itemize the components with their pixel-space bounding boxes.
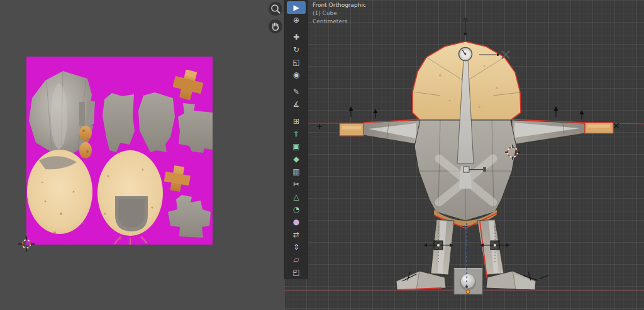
right-hand[interactable] [585, 123, 613, 133]
uv-texture-image [26, 57, 213, 245]
island-gray-b[interactable] [138, 92, 175, 152]
island-head-oval-left[interactable] [27, 150, 92, 245]
viewport-overlay-text: Front Orthographic (1) Cube Centimeters [313, 1, 366, 26]
shear-icon[interactable]: ▱ [287, 253, 306, 266]
character-model[interactable] [340, 42, 619, 290]
select-box-icon[interactable]: ▶ [287, 1, 306, 14]
viewport-3d[interactable]: Front Orthographic (1) Cube Centimeters [284, 0, 644, 310]
island-strip-b[interactable] [86, 101, 95, 125]
floor-cube[interactable] [454, 268, 482, 294]
edit-toolbar: ▶⊕✚↻◱◉✎∡⊞⇧▣◆▥✂△◔●⇄⇕▱◰ [284, 0, 308, 279]
view-name-label: Front Orthographic [313, 1, 366, 9]
object-origin-dot [466, 290, 470, 294]
active-object-label: (1) Cube [313, 9, 366, 18]
island-head-oval-right[interactable] [97, 150, 163, 245]
island-cross-large[interactable] [170, 67, 206, 102]
loop-cut-icon[interactable]: ▥ [287, 165, 306, 178]
right-hand-shade [587, 125, 610, 128]
scene-svg [284, 0, 644, 310]
spin-icon[interactable]: ◔ [287, 203, 306, 216]
blender-window: ▶⊕✚↻◱◉✎∡⊞⇧▣◆▥✂△◔●⇄⇕▱◰ [0, 0, 644, 310]
island-strip-a[interactable] [79, 102, 85, 126]
scale-icon[interactable]: ◱ [287, 56, 306, 69]
head-gauge [459, 48, 472, 61]
pan-hand-icon[interactable] [269, 19, 282, 33]
move-icon[interactable]: ✚ [287, 31, 306, 43]
inset-faces-icon[interactable]: ▣ [287, 140, 306, 153]
rotate-icon[interactable]: ↻ [287, 43, 306, 56]
smooth-icon[interactable]: ● [287, 216, 306, 228]
extrude-region-icon[interactable]: ⇧ [287, 128, 306, 140]
cursor-icon[interactable]: ⊕ [287, 14, 306, 26]
island-gray-c[interactable] [178, 103, 213, 153]
add-cube-icon[interactable]: ⊞ [287, 115, 306, 128]
rip-region-icon[interactable]: ◰ [287, 266, 306, 279]
island-gray-a[interactable] [103, 93, 135, 152]
units-label: Centimeters [313, 18, 366, 26]
uv-image-editor[interactable] [0, 0, 284, 310]
measure-icon[interactable]: ∡ [287, 98, 306, 111]
poly-build-icon[interactable]: △ [287, 191, 306, 203]
head-bone [463, 18, 468, 35]
annotate-icon[interactable]: ✎ [287, 86, 306, 98]
edge-slide-icon[interactable]: ⇄ [287, 228, 306, 241]
shrink-fatten-icon[interactable]: ⇕ [287, 241, 306, 253]
left-edge-widget [317, 124, 322, 129]
transform-icon[interactable]: ◉ [287, 69, 306, 81]
texture-atlas [26, 57, 213, 245]
knife-icon[interactable]: ✂ [287, 178, 306, 191]
bevel-icon[interactable]: ◆ [287, 153, 306, 165]
island-cross-small[interactable] [163, 164, 192, 193]
uv-2d-cursor[interactable] [18, 236, 35, 252]
left-hand-shade [342, 126, 361, 130]
island-gray-bottom-right[interactable] [168, 195, 211, 238]
zoom-icon[interactable] [269, 2, 282, 16]
